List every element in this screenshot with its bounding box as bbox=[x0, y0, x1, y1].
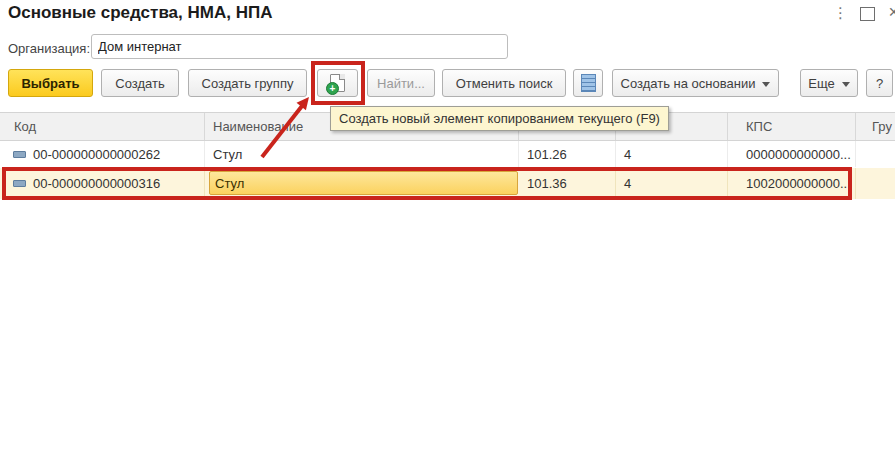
create-by-copy-icon: + bbox=[330, 74, 345, 92]
create-button-label: Создать bbox=[115, 76, 164, 91]
caret-down-icon bbox=[842, 82, 850, 87]
code-value: 00-000000000000262 bbox=[33, 147, 160, 162]
cancel-search-button[interactable]: Отменить поиск bbox=[442, 69, 566, 97]
cell-depr-group[interactable]: 4 bbox=[616, 141, 728, 167]
maximize-icon[interactable] bbox=[860, 7, 875, 21]
cell-name-current[interactable]: Стул bbox=[209, 171, 518, 195]
organization-label: Организация: bbox=[8, 41, 90, 56]
app-window: Основные средства, НМА, НПА ⋮ ✕ Организа… bbox=[0, 0, 895, 451]
list-view-icon bbox=[581, 74, 596, 92]
cell-name[interactable]: Стул bbox=[205, 141, 519, 167]
help-button-label: ? bbox=[876, 76, 883, 91]
cell-kps[interactable]: 1002000000000... bbox=[728, 168, 856, 199]
column-header-kps[interactable]: КПС bbox=[728, 113, 856, 140]
select-button[interactable]: Выбрать bbox=[8, 69, 93, 97]
code-value: 00-000000000000316 bbox=[33, 176, 160, 191]
column-header-code[interactable]: Код bbox=[0, 113, 205, 140]
cell-depr-group[interactable]: 4 bbox=[616, 168, 728, 199]
cell-account[interactable]: 101.26 bbox=[519, 141, 616, 167]
caret-down-icon bbox=[762, 82, 770, 87]
cell-group[interactable] bbox=[856, 168, 895, 199]
cell-code[interactable]: 00-000000000000316 bbox=[0, 168, 205, 199]
find-button-label: Найти... bbox=[377, 76, 425, 91]
annotation-arrow-head bbox=[297, 97, 310, 110]
create-based-on-button[interactable]: Создать на основании bbox=[612, 69, 779, 97]
help-button[interactable]: ? bbox=[866, 69, 893, 97]
create-group-button-label: Создать группу bbox=[202, 76, 294, 91]
cell-group[interactable] bbox=[856, 141, 895, 167]
create-button[interactable]: Создать bbox=[101, 69, 179, 97]
tooltip: Создать новый элемент копированием текущ… bbox=[330, 106, 669, 131]
cell-account[interactable]: 101.36 bbox=[519, 168, 616, 199]
close-icon[interactable]: ✕ bbox=[888, 4, 895, 20]
table-row[interactable]: 00-000000000000262 Стул 101.26 4 0000000… bbox=[0, 141, 895, 167]
select-button-label: Выбрать bbox=[21, 76, 79, 91]
annotation-overlay bbox=[0, 0, 895, 451]
find-button[interactable]: Найти... bbox=[367, 69, 435, 97]
cell-kps[interactable]: 0000000000000... bbox=[728, 141, 856, 167]
create-by-copy-button[interactable]: + bbox=[317, 69, 358, 97]
organization-input[interactable] bbox=[91, 34, 508, 59]
table-row-selected[interactable]: 00-000000000000316 101.36 4 100200000000… bbox=[0, 168, 895, 199]
create-group-button[interactable]: Создать группу bbox=[188, 69, 307, 97]
element-icon bbox=[13, 180, 26, 187]
element-icon bbox=[13, 151, 26, 158]
column-header-group[interactable]: Гру bbox=[856, 113, 895, 140]
cell-code[interactable]: 00-000000000000262 bbox=[0, 141, 205, 167]
page-title: Основные средства, НМА, НПА bbox=[8, 3, 272, 23]
more-button-label: Еще bbox=[808, 76, 834, 91]
create-based-on-label: Создать на основании bbox=[621, 76, 756, 91]
cancel-search-button-label: Отменить поиск bbox=[456, 76, 553, 91]
list-settings-button[interactable] bbox=[573, 69, 603, 97]
more-button[interactable]: Еще bbox=[800, 69, 858, 97]
window-menu-icon[interactable]: ⋮ bbox=[833, 4, 848, 22]
